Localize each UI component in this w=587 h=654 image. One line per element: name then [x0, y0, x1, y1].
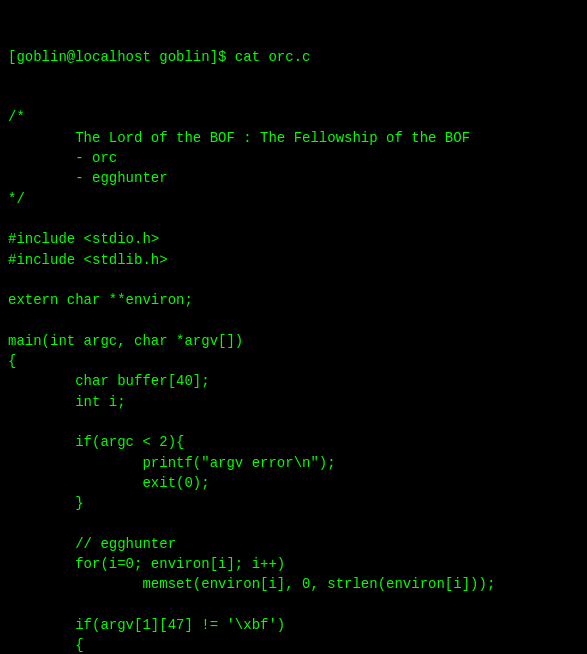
code-line: - orc: [8, 148, 579, 168]
code-line: /*: [8, 107, 579, 127]
code-line: - egghunter: [8, 168, 579, 188]
code-line: if(argc < 2){: [8, 432, 579, 452]
code-line: printf("argv error\n");: [8, 453, 579, 473]
code-line: extern char **environ;: [8, 290, 579, 310]
code-line: */: [8, 189, 579, 209]
code-line: {: [8, 635, 579, 654]
terminal-window: [goblin@localhost goblin]$ cat orc.c /* …: [0, 0, 587, 654]
code-line: exit(0);: [8, 473, 579, 493]
code-line: char buffer[40];: [8, 371, 579, 391]
code-line: The Lord of the BOF : The Fellowship of …: [8, 128, 579, 148]
code-line: #include <stdlib.h>: [8, 250, 579, 270]
code-line: [8, 412, 579, 432]
prompt-line-top: [goblin@localhost goblin]$ cat orc.c: [8, 47, 579, 67]
code-line: #include <stdio.h>: [8, 229, 579, 249]
code-line: memset(environ[i], 0, strlen(environ[i])…: [8, 574, 579, 594]
code-line: if(argv[1][47] != '\xbf'): [8, 615, 579, 635]
code-line: [8, 209, 579, 229]
code-line: for(i=0; environ[i]; i++): [8, 554, 579, 574]
code-line: main(int argc, char *argv[]): [8, 331, 579, 351]
code-line: [8, 595, 579, 615]
code-line: }: [8, 493, 579, 513]
code-content: /* The Lord of the BOF : The Fellowship …: [8, 107, 579, 654]
code-line: [8, 310, 579, 330]
code-line: [8, 270, 579, 290]
code-line: {: [8, 351, 579, 371]
code-line: [8, 513, 579, 533]
code-line: // egghunter: [8, 534, 579, 554]
code-line: int i;: [8, 392, 579, 412]
